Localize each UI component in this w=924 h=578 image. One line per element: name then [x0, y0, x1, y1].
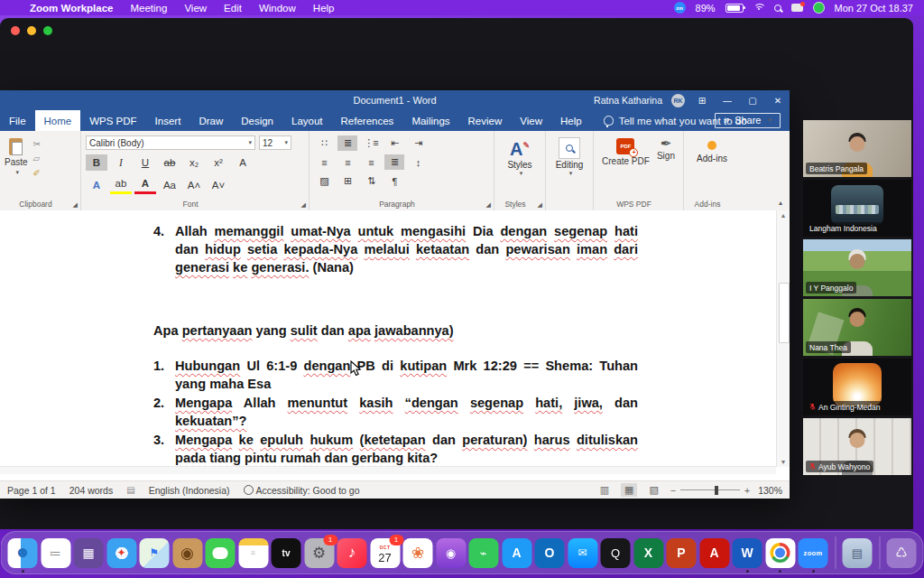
- subscript-button[interactable]: x₂: [183, 154, 205, 171]
- proofing-icon[interactable]: ▤: [126, 485, 134, 495]
- minimize-window-button[interactable]: [27, 26, 36, 35]
- dock-icon-powerpoint[interactable]: P: [667, 538, 697, 568]
- create-pdf-button[interactable]: PDF Create PDF: [602, 135, 650, 197]
- grow-font-button[interactable]: A˄: [183, 177, 205, 193]
- borders-button[interactable]: ⊞: [337, 173, 357, 189]
- menu-item-zoom-workplace[interactable]: Zoom Workplace: [30, 3, 113, 14]
- superscript-button[interactable]: x²: [208, 154, 229, 171]
- scroll-up-icon[interactable]: ▲: [781, 212, 787, 219]
- wifi-icon[interactable]: [753, 4, 764, 12]
- show-marks-button[interactable]: ¶: [384, 173, 404, 189]
- sort-button[interactable]: ⇅: [361, 173, 381, 189]
- justify-button[interactable]: ≣: [384, 154, 404, 170]
- account-avatar[interactable]: RK: [671, 94, 685, 107]
- dock-icon-acrobat[interactable]: A: [699, 538, 729, 568]
- tab-design[interactable]: Design: [232, 110, 282, 131]
- dock-icon-settings[interactable]: ⚙1: [304, 538, 334, 568]
- menu-item-view[interactable]: View: [184, 3, 207, 14]
- dock-icon-quicktime[interactable]: Q: [601, 538, 631, 568]
- zoom-percent[interactable]: 130%: [758, 485, 782, 496]
- font-color-button[interactable]: A: [134, 175, 156, 194]
- sign-button[interactable]: ✒ Sign: [657, 135, 675, 197]
- clipboard-dialog-launcher[interactable]: ◢: [73, 201, 78, 209]
- fullscreen-window-button[interactable]: [43, 26, 52, 35]
- dock-icon-reminders[interactable]: ≔: [41, 538, 70, 568]
- numbering-button[interactable]: ≣: [337, 135, 357, 151]
- participant-tile-ayub-wahyono[interactable]: Ayub Wahyono: [803, 418, 911, 475]
- tab-insert[interactable]: Insert: [146, 110, 190, 131]
- clear-formatting-button[interactable]: A: [232, 154, 254, 171]
- tab-review[interactable]: Review: [459, 110, 512, 131]
- bold-button[interactable]: B: [86, 154, 107, 171]
- dock-icon-stack[interactable]: ▤: [843, 538, 873, 568]
- dock-icon-appletv[interactable]: tv: [272, 538, 301, 568]
- font-size-select[interactable]: 12▾: [259, 135, 291, 150]
- font-name-select[interactable]: Calibri (Body)▾: [86, 135, 255, 150]
- menu-item-edit[interactable]: Edit: [224, 3, 242, 14]
- shrink-font-button[interactable]: A˅: [208, 177, 229, 193]
- dock-icon-chrome[interactable]: [765, 538, 795, 568]
- participant-tile-i-y-panggalo[interactable]: I Y Panggalo: [803, 239, 911, 296]
- italic-button[interactable]: I: [110, 154, 132, 171]
- screen-mirroring-icon[interactable]: [791, 4, 803, 12]
- tab-wps-pdf[interactable]: WPS PDF: [80, 110, 145, 131]
- menu-item-help[interactable]: Help: [313, 3, 335, 14]
- change-case-button[interactable]: Aa: [159, 177, 180, 193]
- dock-icon-trash[interactable]: ♺: [887, 538, 917, 568]
- decrease-indent-button[interactable]: ⇤: [384, 135, 404, 151]
- strikethrough-button[interactable]: ab: [159, 154, 180, 171]
- tab-draw[interactable]: Draw: [189, 110, 232, 131]
- multilevel-list-button[interactable]: ⋮≡: [361, 135, 381, 151]
- dock-icon-word[interactable]: W: [733, 538, 762, 568]
- page-indicator[interactable]: Page 1 of 1: [7, 485, 56, 496]
- align-right-button[interactable]: ≡: [361, 154, 381, 170]
- paragraph-dialog-launcher[interactable]: ◢: [486, 201, 491, 209]
- web-layout-button[interactable]: ▧: [645, 483, 661, 497]
- dock-icon-music[interactable]: ♪: [337, 538, 367, 568]
- read-mode-button[interactable]: ▥: [596, 483, 613, 497]
- cut-icon[interactable]: ✂: [33, 139, 41, 149]
- tab-file[interactable]: File: [0, 110, 35, 131]
- language-indicator[interactable]: English (Indonesia): [149, 485, 230, 496]
- zoom-slider-thumb[interactable]: [715, 486, 718, 495]
- dock-icon-safari[interactable]: ✦: [106, 538, 136, 568]
- horizontal-scrollbar[interactable]: [0, 466, 776, 474]
- align-center-button[interactable]: ≡: [337, 154, 357, 170]
- styles-dialog-launcher[interactable]: ◢: [538, 201, 542, 209]
- tab-layout[interactable]: Layout: [282, 110, 332, 131]
- word-close-button[interactable]: ✕: [770, 96, 786, 106]
- increase-indent-button[interactable]: ⇥: [408, 135, 428, 151]
- align-left-button[interactable]: ≡: [314, 154, 334, 170]
- scrollbar-thumb[interactable]: [779, 283, 790, 343]
- menubar-clock[interactable]: Mon 27 Oct 18.37: [835, 3, 913, 14]
- dock-icon-calendar[interactable]: OCT271: [370, 538, 400, 568]
- account-name[interactable]: Ratna Katharina: [594, 95, 662, 106]
- highlight-button[interactable]: ab: [110, 175, 132, 194]
- editing-button[interactable]: Editing ▾: [550, 137, 588, 177]
- dock-icon-maps[interactable]: ⚑: [140, 538, 170, 568]
- scroll-down-icon[interactable]: ▼: [781, 459, 787, 465]
- dock-icon-mail[interactable]: ✉: [568, 538, 597, 568]
- zoom-in-icon[interactable]: +: [744, 485, 750, 496]
- zoom-out-icon[interactable]: −: [670, 485, 676, 496]
- spotlight-search-icon[interactable]: [774, 5, 781, 12]
- zoom-slider[interactable]: − +: [670, 485, 750, 496]
- accessibility-status[interactable]: Accessibility: Good to go: [244, 484, 360, 496]
- tab-references[interactable]: References: [332, 110, 403, 131]
- participant-tile-nana-thea[interactable]: Nana Thea: [803, 299, 911, 356]
- underline-button[interactable]: U: [134, 154, 156, 171]
- tab-help[interactable]: Help: [551, 110, 591, 131]
- menu-item-meeting[interactable]: Meeting: [130, 3, 167, 14]
- text-effects-button[interactable]: A: [86, 177, 107, 193]
- copy-icon[interactable]: ▱: [33, 154, 41, 163]
- dock-icon-outlook[interactable]: O: [535, 538, 565, 568]
- tab-mailings[interactable]: Mailings: [402, 110, 458, 131]
- dock-icon-podcasts[interactable]: ◉: [436, 538, 466, 568]
- participant-tile-an-ginting-medan[interactable]: An Ginting-Medan: [803, 359, 911, 415]
- zoom-menubar-icon[interactable]: zm: [674, 2, 686, 14]
- menu-item-window[interactable]: Window: [259, 3, 296, 14]
- document-page[interactable]: 4. Allah memanggil umat-Nya untuk mengas…: [153, 210, 638, 474]
- dock-icon-contacts[interactable]: ◉: [172, 538, 202, 568]
- dock-icon-photos[interactable]: ❀: [403, 538, 433, 568]
- close-window-button[interactable]: [11, 26, 20, 35]
